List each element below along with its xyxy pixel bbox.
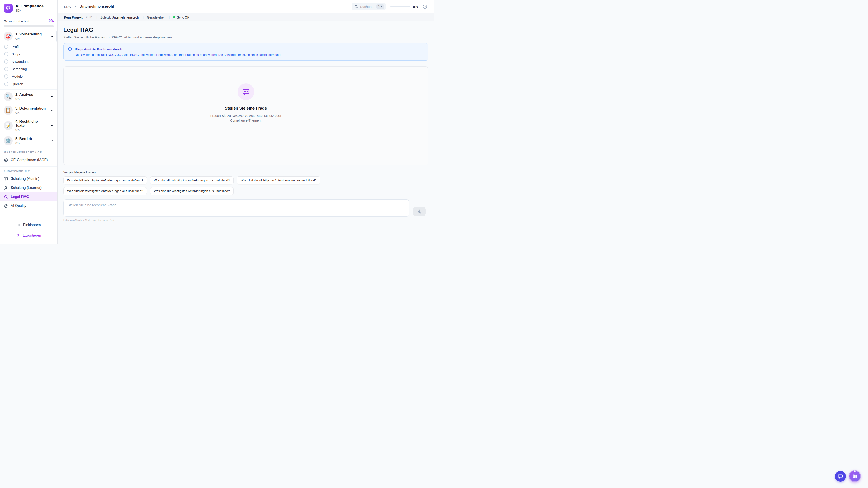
group-label-zusatzmodule: ZUSATZMODULE [0, 166, 57, 174]
suggested-question-button[interactable]: Was sind die wichtigsten Anforderungen a… [150, 187, 234, 195]
sidebar-item-ai-quality[interactable]: AI Quality [0, 201, 57, 210]
header-progress: 0% [391, 5, 418, 8]
input-hint: Enter zum Senden, Shift+Enter fuer neue … [63, 219, 428, 221]
export-button[interactable]: Exportieren [0, 231, 57, 240]
chevrons-left-icon [17, 223, 21, 227]
app-logo-row: AI Compliance SDK [0, 0, 57, 16]
app-title: AI Compliance [16, 4, 43, 8]
memo-pencil-emoji-icon: 📝 [4, 121, 13, 130]
sidebar-item-anwendung[interactable]: Anwendung [0, 58, 57, 65]
sidebar-item-schulung-admin[interactable]: Schulung (Admin) [0, 174, 57, 183]
infobox-title: KI-gestuetzte Rechtsauskunft [75, 47, 123, 51]
send-button[interactable] [413, 207, 426, 216]
sidebar-scrollbar[interactable] [56, 31, 57, 41]
sidebar-item-schulung-learner[interactable]: Schulung (Learner) [0, 183, 57, 192]
check-circle-icon [4, 204, 8, 208]
radio-circle-icon [4, 74, 8, 78]
global-search-input[interactable]: Suchen... ⌘K [352, 3, 386, 10]
clipboard-emoji-icon: 📋 [4, 106, 13, 115]
chat-bubble-icon [238, 84, 254, 100]
question-input[interactable] [63, 199, 409, 217]
suggested-question-button[interactable]: Was sind die wichtigsten Anforderungen a… [150, 176, 234, 184]
paper-plane-icon [417, 209, 422, 214]
sidebar-item-ce-compliance[interactable]: CE-Compliance (IACE) [0, 156, 57, 164]
app-root: AI Compliance SDK Gesamtfortschritt 0% 🎯… [0, 0, 434, 244]
empty-state-text: Fragen Sie zu DSGVO, AI Act, Datenschutz… [204, 113, 288, 123]
overall-progress-track [4, 25, 54, 27]
search-icon [354, 5, 358, 8]
section-title: 1. Vorbereitung [16, 32, 47, 36]
sidebar-item-module[interactable]: Module [0, 73, 57, 80]
overall-progress-label: Gesamtfortschritt [4, 19, 29, 23]
info-circle-icon [68, 47, 72, 51]
gear-emoji-icon: ⚙️ [4, 136, 13, 145]
book-icon [4, 177, 8, 181]
radio-circle-icon [4, 52, 8, 56]
breadcrumb-root[interactable]: SDK [64, 5, 71, 8]
sidebar: AI Compliance SDK Gesamtfortschritt 0% 🎯… [0, 0, 58, 244]
search-placeholder: Suchen... [360, 5, 374, 8]
suggested-question-button[interactable]: Was sind die wichtigsten Anforderungen a… [63, 187, 147, 195]
suggested-question-button[interactable]: Was sind die wichtigsten Anforderungen a… [63, 176, 147, 184]
dart-target-icon: 🎯 [4, 32, 13, 41]
suggested-questions: Was sind die wichtigsten Anforderungen a… [63, 176, 348, 195]
section-vorbereitung[interactable]: 🎯 1. Vorbereitung 0% [0, 29, 57, 43]
overall-progress-value: 0% [49, 19, 54, 23]
sidebar-item-scope[interactable]: Scope [0, 51, 57, 58]
legal-disclaimer-box: KI-gestuetzte Rechtsauskunft Das System … [63, 43, 428, 61]
radio-circle-icon [4, 67, 8, 71]
shield-check-icon [4, 4, 13, 13]
sync-status: Sync OK [173, 15, 189, 19]
section-rechtliche-texte[interactable]: 📝 4. Rechtliche Texte 0% [0, 117, 57, 134]
sidebar-item-screening[interactable]: Screening [0, 65, 57, 73]
chevron-up-icon [50, 34, 54, 38]
section-dokumentation[interactable]: 📋 3. Dokumentation 0% [0, 103, 57, 117]
status-bar: Kein Projekt V001 | Zuletzt: Unternehmen… [58, 13, 434, 22]
section-percent: 0% [16, 37, 47, 40]
magnifier-emoji-icon: 🔍 [4, 92, 13, 101]
radio-circle-icon [4, 82, 8, 86]
cpu-icon [4, 158, 8, 162]
upload-icon [16, 233, 20, 237]
header-progress-track [391, 6, 410, 7]
chevron-right-icon [74, 5, 77, 8]
breadcrumb: SDK Unternehmensprofil [64, 4, 114, 8]
app-subtitle: SDK [16, 9, 43, 12]
page-content: Legal RAG Stellen Sie rechtliche Fragen … [58, 22, 434, 244]
chat-empty-state: Stellen Sie eine Frage Fragen Sie zu DSG… [63, 66, 428, 165]
infobox-text: Das System durchsucht DSGVO, AI Act, BDS… [68, 53, 424, 57]
radio-circle-icon [4, 44, 8, 49]
help-circle-icon[interactable] [423, 4, 427, 9]
chevron-down-icon [50, 139, 54, 143]
section-betrieb[interactable]: ⚙️ 5. Betrieb 0% [0, 134, 57, 148]
person-icon [4, 186, 8, 190]
group-label-maschinenrecht: MASCHINENRECHT / CE [0, 148, 57, 156]
version-badge: V001 [86, 15, 93, 19]
suggested-question-button[interactable]: Was sind die wichtigsten Anforderungen a… [237, 176, 320, 184]
chevron-down-icon [50, 124, 54, 127]
topbar: SDK Unternehmensprofil Suchen... ⌘K [58, 0, 434, 13]
search-icon [4, 195, 8, 199]
breadcrumb-current: Unternehmensprofil [80, 4, 114, 8]
empty-state-title: Stellen Sie eine Frage [225, 106, 267, 111]
sidebar-item-legal-rag[interactable]: Legal RAG [0, 192, 57, 201]
sync-ok-dot [173, 16, 175, 18]
last-saved-time: Gerade eben [147, 15, 165, 19]
section-analyse[interactable]: 🔍 2. Analyse 0% [0, 90, 57, 103]
chevron-down-icon [50, 108, 54, 112]
page-title: Legal RAG [63, 26, 428, 33]
sidebar-nav: 🎯 1. Vorbereitung 0% Profil Scope [0, 29, 57, 217]
collapse-sidebar-button[interactable]: Einklappen [0, 221, 57, 230]
sidebar-item-quellen[interactable]: Quellen [0, 80, 57, 88]
radio-circle-icon [4, 59, 8, 64]
project-name: Kein Projekt [64, 15, 83, 19]
sidebar-item-profil[interactable]: Profil [0, 43, 57, 51]
chevron-down-icon [50, 95, 54, 98]
page-subtitle: Stellen Sie rechtliche Fragen zu DSGVO, … [63, 35, 428, 39]
main-area: SDK Unternehmensprofil Suchen... ⌘K [58, 0, 434, 244]
sidebar-footer: Einklappen Exportieren [0, 217, 57, 244]
last-value: Unternehmensprofil [112, 15, 139, 19]
shortcut-badge: ⌘K [376, 4, 384, 9]
suggested-questions-label: Vorgeschlagene Fragen: [63, 170, 428, 174]
header-progress-value: 0% [413, 5, 418, 8]
